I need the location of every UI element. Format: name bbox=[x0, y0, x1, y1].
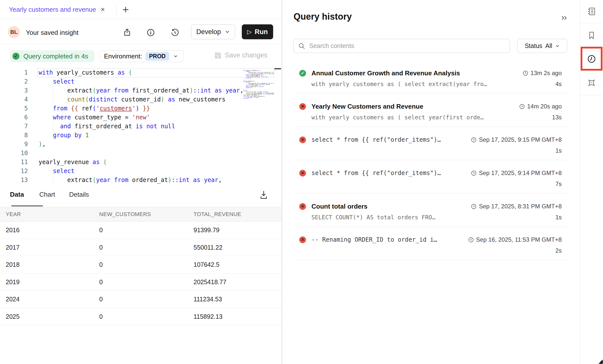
query-history-icon[interactable] bbox=[587, 54, 597, 64]
document-header: BL Your saved insight Develop ▷ Run bbox=[0, 19, 281, 44]
version-history-icon[interactable] bbox=[171, 28, 179, 37]
tab-yearly-customers-and-revenue[interactable]: Yearly customers and revenue × bbox=[9, 0, 105, 19]
save-icon bbox=[214, 52, 221, 59]
editor-scrollbar-thumb[interactable] bbox=[274, 68, 281, 69]
code-line[interactable]: group by 1 bbox=[39, 131, 243, 140]
query-history-item[interactable]: ×Yearly New Customers and Revenue14m 20s… bbox=[294, 93, 570, 127]
table-cell: 0 bbox=[99, 278, 103, 285]
table-cell: 2018 bbox=[6, 261, 20, 268]
run-button[interactable]: ▷ Run bbox=[242, 24, 273, 39]
line-number: 10 bbox=[0, 149, 28, 158]
query-duration: 2s bbox=[555, 247, 562, 254]
line-number: 3 bbox=[0, 86, 28, 95]
notebook-icon[interactable] bbox=[587, 6, 597, 16]
error-status-icon: × bbox=[299, 103, 306, 110]
error-status-icon: × bbox=[299, 136, 306, 143]
code-line[interactable]: yearly_revenue as ( bbox=[39, 158, 243, 167]
success-status-icon: ✓ bbox=[299, 70, 306, 77]
query-history-item[interactable]: ×-- Renaming ORDER_ID to order_id i…Sep … bbox=[294, 227, 570, 260]
code-line[interactable]: and first_ordered_at is not null bbox=[39, 122, 243, 131]
avatar: BL bbox=[8, 26, 20, 38]
code-line[interactable] bbox=[39, 149, 243, 158]
status-filter-value: All bbox=[545, 42, 552, 49]
tab-details[interactable]: Details bbox=[69, 191, 89, 198]
tab-data[interactable]: Data bbox=[10, 191, 24, 198]
code-line[interactable]: with yearly_customers as ( bbox=[39, 68, 243, 77]
code-line: order by 1 bbox=[243, 98, 274, 99]
toolbar-divider bbox=[580, 23, 603, 23]
code-line[interactable]: count(distinct customer_id) as new_custo… bbox=[39, 95, 243, 104]
line-number: 1 bbox=[0, 68, 28, 77]
line-number: 11 bbox=[0, 158, 28, 167]
chevron-down-icon bbox=[173, 54, 178, 59]
code-line[interactable]: select bbox=[39, 77, 243, 86]
code-line[interactable]: ), bbox=[39, 140, 243, 149]
query-duration: 13s bbox=[552, 114, 562, 121]
share-icon[interactable] bbox=[123, 28, 131, 37]
code-line[interactable]: from {{ ref('customers') }} bbox=[39, 104, 243, 113]
table-row[interactable]: 201902025418.77 bbox=[0, 273, 281, 291]
table-cell: 0 bbox=[99, 227, 103, 234]
table-row[interactable]: 20240111234.53 bbox=[0, 291, 281, 308]
query-history-item[interactable]: ✓Annual Customer Growth and Revenue Anal… bbox=[294, 60, 570, 93]
line-number-gutter: 12345678910111213 bbox=[0, 68, 28, 184]
query-history-item[interactable]: ×Count total ordersSep 17, 2025, 8:31 PM… bbox=[294, 193, 570, 227]
search-box bbox=[294, 39, 510, 53]
explore-icon[interactable] bbox=[587, 78, 597, 88]
bookmark-icon[interactable] bbox=[587, 31, 597, 41]
query-timestamp: Sep 17, 2025, 9:14 PM GMT+8 bbox=[471, 170, 562, 177]
table-cell: 91399.79 bbox=[194, 227, 219, 234]
environment-selector[interactable]: Environment: PROD bbox=[99, 50, 184, 62]
error-status-icon: × bbox=[299, 236, 306, 243]
column-header-year[interactable]: YEAR bbox=[6, 211, 21, 218]
query-snippet: with yearly_customers as ( select extrac… bbox=[299, 81, 555, 87]
search-icon bbox=[298, 42, 305, 50]
table-cell: 550011.22 bbox=[194, 244, 222, 251]
tab-close-icon[interactable]: × bbox=[100, 6, 105, 13]
table-row[interactable]: 20180107642.5 bbox=[0, 256, 281, 273]
download-icon[interactable] bbox=[259, 190, 268, 200]
column-header-total-revenue[interactable]: TOTAL_REVENUE bbox=[194, 211, 241, 218]
query-timestamp: Sep 17, 2025, 8:31 PM GMT+8 bbox=[471, 203, 562, 210]
query-snippet: SELECT COUNT(*) AS total_orders FRO… bbox=[299, 214, 555, 221]
toolbar-divider bbox=[580, 95, 603, 95]
error-status-icon: × bbox=[299, 203, 306, 210]
query-duration: 1s bbox=[555, 214, 562, 221]
code-line[interactable]: select bbox=[39, 167, 243, 176]
editor-minimap[interactable]: with yearly_customers as ( select extrac… bbox=[243, 70, 274, 182]
editor-panel: Yearly customers and revenue × BL Your s… bbox=[0, 0, 281, 364]
sql-code-editor[interactable]: 12345678910111213 with yearly_customers … bbox=[0, 68, 281, 184]
code-line[interactable]: extract(year from first_ordered_at)::int… bbox=[39, 86, 243, 95]
query-title: select * from {{ ref("order_items")… bbox=[311, 136, 471, 143]
table-cell: 107642.5 bbox=[194, 261, 219, 268]
code-lines[interactable]: with yearly_customers as ( select extrac… bbox=[39, 68, 243, 184]
develop-label: Develop bbox=[196, 28, 221, 36]
tab-chart[interactable]: Chart bbox=[39, 191, 55, 198]
column-header-new-customers[interactable]: NEW_CUSTOMERS bbox=[99, 211, 151, 218]
save-changes-button[interactable]: Save changes bbox=[214, 51, 267, 59]
error-status-icon: × bbox=[299, 170, 306, 177]
table-row[interactable]: 2016091399.79 bbox=[0, 222, 281, 239]
status-filter-dropdown[interactable]: Status All bbox=[517, 39, 567, 53]
query-history-item[interactable]: ×select * from {{ ref("order_items")…Sep… bbox=[294, 127, 570, 160]
query-timestamp: 14m 20s ago bbox=[519, 103, 562, 110]
line-number: 13 bbox=[0, 176, 28, 184]
status-filter-label: Status bbox=[525, 42, 542, 49]
code-line[interactable]: extract(year from ordered_at)::int as ye… bbox=[39, 176, 243, 184]
query-timestamp: 13m 2s ago bbox=[523, 70, 562, 77]
chevron-down-icon bbox=[555, 44, 560, 48]
table-row[interactable]: 20250115892.13 bbox=[0, 308, 281, 325]
collapse-panel-icon[interactable] bbox=[560, 14, 568, 22]
develop-button[interactable]: Develop bbox=[191, 24, 235, 39]
code-line[interactable]: where customer_type = 'new' bbox=[39, 113, 243, 122]
search-input[interactable] bbox=[294, 39, 510, 53]
table-row[interactable]: 20170550011.22 bbox=[0, 239, 281, 256]
new-tab-button[interactable] bbox=[121, 5, 130, 14]
document-title: Your saved insight bbox=[26, 29, 79, 37]
table-cell: 0 bbox=[99, 261, 103, 268]
run-label: Run bbox=[255, 28, 268, 36]
info-icon[interactable] bbox=[147, 28, 155, 37]
line-number: 9 bbox=[0, 140, 28, 149]
query-history-item[interactable]: ×select * from {{ ref("order_items")…Sep… bbox=[294, 160, 570, 193]
tab-divider bbox=[116, 3, 116, 16]
